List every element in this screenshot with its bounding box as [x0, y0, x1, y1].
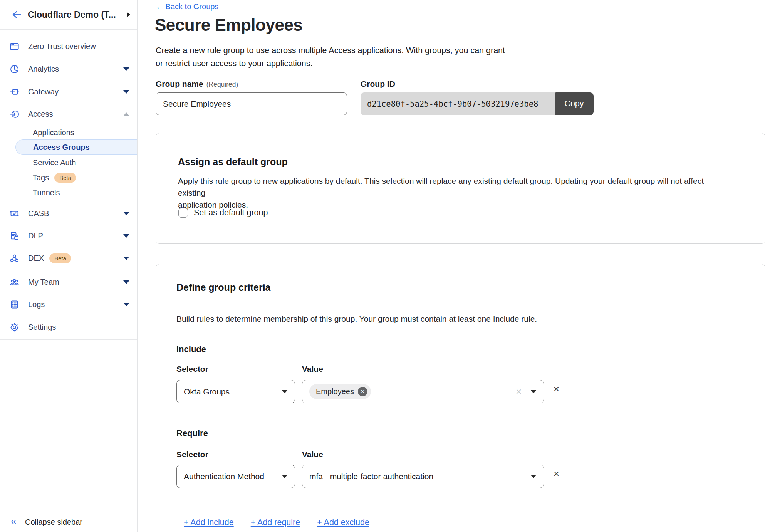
chevron-down-icon[interactable] — [123, 280, 129, 284]
team-icon — [9, 277, 20, 287]
card-description: Build rules to determine membership of t… — [176, 313, 719, 325]
sidebar-header: Cloudflare Demo (T... — [0, 0, 137, 30]
sidebar-item-access[interactable]: Access — [0, 105, 137, 123]
double-chevron-left-icon: « — [11, 516, 17, 527]
selected-option: Okta Groups — [184, 387, 230, 396]
sidebar-item-dex[interactable]: DEX Beta — [0, 249, 137, 267]
checkbox-label: Set as default group — [194, 208, 268, 218]
group-criteria-card: Define group criteria Build rules to det… — [156, 264, 765, 532]
sidebar-item-label: Gateway — [28, 87, 59, 96]
sidebar-item-analytics[interactable]: Analytics — [0, 60, 137, 78]
card-description: Apply this rule group to new application… — [178, 175, 719, 211]
page-description: Create a new rule group to use across mu… — [156, 44, 505, 70]
description-line: or restrict user access to your applicat… — [156, 57, 505, 70]
chevron-down-icon[interactable] — [123, 212, 129, 215]
logs-icon — [9, 299, 20, 310]
sidebar-item-access-groups[interactable]: Access Groups — [15, 139, 137, 155]
gateway-icon — [9, 86, 20, 97]
collapse-sidebar-label: Collapse sidebar — [25, 518, 82, 527]
back-arrow-icon[interactable] — [9, 8, 22, 21]
sidebar-item-label: Access — [28, 110, 53, 119]
sidebar-item-zero-trust-overview[interactable]: Zero Trust overview — [0, 37, 137, 55]
add-include-link[interactable]: + Add include — [184, 518, 234, 527]
include-heading: Include — [176, 344, 206, 354]
chevron-down-icon[interactable] — [123, 90, 129, 94]
main-content: ← Back to Groups Secure Employees Create… — [138, 0, 770, 532]
chip-remove-icon[interactable]: ✕ — [358, 387, 367, 396]
pie-chart-icon — [9, 64, 20, 74]
value-chip-employees: Employees ✕ — [309, 384, 371, 399]
copy-button[interactable]: Copy — [555, 92, 594, 115]
card-description-line: Apply this rule group to new application… — [178, 175, 719, 199]
chevron-down-icon — [282, 390, 288, 393]
required-hint: (Required) — [206, 81, 238, 88]
casb-icon — [9, 208, 20, 219]
sidebar-item-logs[interactable]: Logs — [0, 295, 137, 313]
selected-option: mfa - multiple-factor authentication — [309, 472, 433, 481]
access-login-icon — [9, 109, 20, 119]
sidebar-item-label: Tags Beta — [33, 173, 76, 183]
chevron-down-icon[interactable] — [123, 67, 129, 71]
sidebar-item-service-auth[interactable]: Service Auth — [0, 155, 137, 170]
page-title: Secure Employees — [155, 15, 302, 35]
require-value-dropdown[interactable]: mfa - multiple-factor authentication — [302, 465, 544, 488]
chevron-down-icon[interactable] — [123, 257, 129, 260]
checkbox-unchecked[interactable] — [178, 208, 188, 218]
set-default-group-checkbox-row[interactable]: Set as default group — [178, 208, 268, 218]
sidebar-item-applications[interactable]: Applications — [0, 125, 137, 140]
selected-option: Authentication Method — [184, 472, 264, 481]
sidebar-item-label: Analytics — [28, 65, 59, 74]
group-name-input[interactable] — [156, 92, 347, 115]
window-icon — [9, 41, 20, 52]
sidebar-item-label: Zero Trust overview — [28, 42, 96, 51]
sidebar-item-label: CASB — [28, 209, 49, 218]
chevron-down-icon — [530, 475, 537, 478]
description-line: Create a new rule group to use across mu… — [156, 44, 505, 57]
sidebar-item-label: Tunnels — [33, 188, 60, 197]
sidebar-item-gateway[interactable]: Gateway — [0, 83, 137, 101]
chevron-up-icon[interactable] — [123, 112, 129, 116]
include-selector-label: Selector — [176, 364, 208, 374]
sidebar: Cloudflare Demo (T... Zero Trust overvie… — [0, 0, 138, 532]
add-exclude-link[interactable]: + Add exclude — [317, 518, 369, 527]
group-id-label: Group ID — [361, 79, 395, 89]
add-require-link[interactable]: + Add require — [251, 518, 300, 527]
sidebar-item-label: My Team — [28, 278, 59, 287]
sidebar-item-label: Applications — [33, 128, 74, 137]
chevron-down-icon — [282, 475, 288, 478]
group-id-value: d21ce80f-5a25-4bcf-9b07-5032197e3be8 — [361, 92, 555, 115]
require-value-label: Value — [302, 450, 323, 459]
sidebar-item-label: DLP — [28, 232, 43, 240]
include-value-label: Value — [302, 364, 323, 374]
remove-require-rule-icon[interactable]: ✕ — [553, 469, 560, 478]
dex-network-icon — [9, 253, 20, 263]
collapse-sidebar-button[interactable]: « Collapse sidebar — [0, 512, 137, 532]
chevron-down-icon — [530, 390, 537, 393]
clear-value-icon[interactable]: ✕ — [515, 387, 522, 396]
group-name-label: Group name(Required) — [156, 79, 238, 89]
back-to-groups-link[interactable]: ← Back to Groups — [156, 2, 218, 11]
caret-right-icon[interactable] — [127, 12, 130, 17]
include-value-multiselect[interactable]: Employees ✕ ✕ — [302, 380, 544, 403]
sidebar-item-settings[interactable]: Settings — [0, 318, 137, 336]
zero-trust-dashboard: Cloudflare Demo (T... Zero Trust overvie… — [0, 0, 770, 532]
dlp-lock-icon — [9, 230, 20, 241]
sidebar-item-label: Service Auth — [33, 158, 76, 167]
require-heading: Require — [176, 428, 208, 438]
rule-actions: + Add include + Add require + Add exclud… — [184, 518, 369, 527]
require-selector-dropdown[interactable]: Authentication Method — [176, 465, 295, 488]
require-selector-label: Selector — [176, 450, 208, 459]
sidebar-item-label: Access Groups — [33, 143, 90, 152]
account-title: Cloudflare Demo (T... — [28, 10, 127, 20]
remove-include-rule-icon[interactable]: ✕ — [553, 384, 560, 394]
default-group-card: Assign as default group Apply this rule … — [156, 133, 765, 244]
sidebar-item-casb[interactable]: CASB — [0, 205, 137, 222]
include-selector-dropdown[interactable]: Okta Groups — [176, 380, 295, 403]
sidebar-item-label: Settings — [28, 323, 56, 332]
chevron-down-icon[interactable] — [123, 234, 129, 238]
sidebar-item-my-team[interactable]: My Team — [0, 273, 137, 291]
sidebar-item-tunnels[interactable]: Tunnels — [0, 185, 137, 200]
sidebar-item-tags[interactable]: Tags Beta — [0, 170, 137, 185]
sidebar-item-dlp[interactable]: DLP — [0, 227, 137, 245]
chevron-down-icon[interactable] — [123, 303, 129, 306]
